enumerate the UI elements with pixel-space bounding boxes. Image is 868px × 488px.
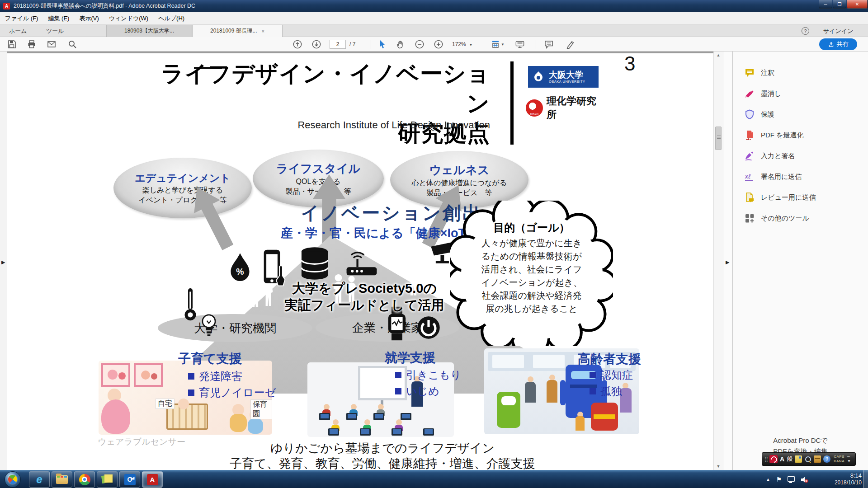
ime-dictionary-icon[interactable] — [795, 455, 802, 463]
ime-minimize-icon[interactable]: ─ — [847, 455, 850, 459]
tool-item-redact[interactable]: 墨消し — [733, 83, 868, 104]
menu-file[interactable]: ファイル (F) — [0, 12, 43, 25]
footer-line1: ゆりかごから墓場までのライフデザイン — [179, 440, 586, 456]
tool-item-more-tools[interactable]: その他のツール — [733, 208, 868, 229]
tab-close-icon[interactable]: × — [261, 28, 264, 34]
svg-text:ℓ: ℓ — [748, 173, 751, 180]
tool-item-send-review[interactable]: レビュー用に送信 — [733, 187, 868, 208]
share-button[interactable]: 共有 — [819, 38, 857, 50]
ime-language-bar[interactable]: ⣿ A 般 ? CAPS─ KANA▼ — [762, 452, 856, 466]
reading-mode-icon[interactable] — [515, 40, 524, 49]
network-icon[interactable] — [788, 476, 795, 483]
menu-window[interactable]: ウィンドウ(W) — [104, 12, 153, 25]
ime-caret-icon[interactable]: ▼ — [847, 459, 851, 464]
goal-cloud: 目的（ゴール） 人々が健康で豊かに生き るための情報基盤技術が 活用され、社会に… — [450, 201, 613, 346]
maximize-button[interactable]: ❐ — [833, 0, 846, 9]
promo-line1: Acrobat Pro DCで — [733, 436, 868, 445]
org-ellipse-university: 大学・研究機関 — [158, 314, 312, 342]
bullet-square-icon — [395, 372, 401, 378]
elderly-figure — [525, 382, 536, 403]
share-label: 共有 — [837, 40, 849, 48]
highlight-pen-icon[interactable] — [566, 40, 575, 49]
taskbar-explorer-button[interactable] — [52, 471, 72, 488]
ime-grip-icon[interactable]: ⣿ — [764, 456, 767, 462]
menu-view[interactable]: 表示(V) — [74, 12, 104, 25]
taskbar-sticky-notes-button[interactable] — [97, 471, 118, 488]
doc-tab-1[interactable]: 180903【大阪大学... — [106, 25, 192, 37]
svg-text:%: % — [236, 267, 244, 277]
zoom-level-dropdown[interactable]: 172% ▼ — [452, 37, 472, 52]
tools-panel: 注釈 墨消し 保護 PDF を最適化 入力と署名 xℓ 署名用に送信 — [732, 52, 868, 470]
search-icon[interactable] — [68, 40, 77, 49]
ime-help-icon[interactable]: ? — [823, 455, 830, 463]
menu-edit[interactable]: 編集 (E) — [43, 12, 74, 25]
folder-icon — [56, 475, 68, 484]
nav-pane-toggle-icon[interactable]: ▶ — [1, 259, 5, 265]
minimize-button[interactable]: ─ — [819, 0, 832, 9]
taskbar-chrome-button[interactable] — [74, 471, 95, 488]
next-page-icon[interactable] — [312, 40, 321, 49]
tool-item-send-sign[interactable]: xℓ 署名用に送信 — [733, 166, 868, 187]
osaka-university-logo: 大阪大学 OSAKA UNIVERSITY — [528, 66, 599, 88]
show-desktop-button[interactable] — [863, 470, 868, 488]
menu-help[interactable]: ヘルプ(H) — [153, 12, 189, 25]
zoom-out-icon[interactable] — [415, 40, 424, 49]
bullet-item: 引きこもり — [395, 368, 461, 382]
tool-item-comment[interactable]: 注釈 — [733, 62, 868, 83]
robot-figure-red — [591, 403, 618, 431]
email-icon[interactable] — [47, 40, 56, 49]
tool-item-optimize[interactable]: PDF を最適化 — [733, 125, 868, 145]
fit-width-caret[interactable]: ▼ — [501, 42, 510, 52]
page-total-label: / 7 — [349, 37, 355, 52]
volume-muted-icon[interactable] — [801, 476, 808, 483]
sign-in-button[interactable]: サインイン — [823, 25, 854, 37]
tab-home[interactable]: ホーム — [6, 25, 30, 37]
save-icon[interactable] — [7, 40, 16, 49]
panel-scrollbar[interactable]: ▶ — [723, 52, 732, 470]
close-button[interactable]: ✕ — [847, 0, 868, 9]
ime-search-icon[interactable] — [804, 455, 811, 463]
send-review-icon — [745, 192, 755, 202]
select-tool-icon[interactable] — [378, 40, 387, 49]
router-icon — [345, 250, 378, 279]
taskbar-outlook-button[interactable]: O — [119, 471, 140, 488]
bubble-title: ウェルネス — [429, 162, 489, 178]
tool-item-protect[interactable]: 保護 — [733, 104, 868, 125]
photo-frame — [101, 363, 130, 387]
support-title-elderly: 高齢者支援 — [578, 351, 641, 368]
taskbar-clock[interactable]: 8:14 2018/10/10 — [835, 472, 862, 486]
ie-icon: e — [36, 473, 42, 486]
action-center-flag-icon[interactable]: ⚑ — [776, 476, 782, 483]
doc-tab-2[interactable]: 20181009-部長理... × — [192, 25, 283, 37]
ime-input-method-icon[interactable] — [769, 455, 778, 463]
ime-mode-letter[interactable]: A — [780, 455, 784, 463]
share-icon — [828, 42, 834, 47]
zoom-in-icon[interactable] — [434, 40, 443, 49]
thermometer-icon — [184, 286, 197, 323]
tool-item-fill-sign[interactable]: 入力と署名 — [733, 145, 868, 166]
child-figure — [576, 416, 585, 431]
riken-emblem-icon: RIKEN — [526, 99, 543, 117]
scroll-up-icon[interactable]: ▲ — [714, 53, 723, 57]
previous-page-icon[interactable] — [293, 40, 302, 49]
document-scrollbar[interactable]: ▲ ▼ — [713, 52, 723, 470]
main-toolbar: / 7 172% ▼ ▼ 共有 — [0, 37, 868, 52]
hand-tool-icon[interactable] — [396, 40, 405, 49]
comment-icon[interactable] — [544, 40, 553, 49]
tray-expand-icon[interactable]: ▲ — [766, 477, 770, 482]
help-icon[interactable]: ? — [802, 27, 809, 35]
slide-page-number: 3 — [624, 52, 635, 75]
start-button[interactable] — [5, 471, 21, 488]
print-icon[interactable] — [27, 40, 36, 49]
page-number-input[interactable] — [330, 40, 346, 49]
lightbulb-icon — [201, 313, 217, 339]
taskbar-acrobat-button[interactable]: A — [142, 471, 163, 488]
panel-toggle-icon[interactable]: ▶ — [726, 259, 729, 265]
taskbar-ie-button[interactable]: e — [29, 471, 50, 488]
scroll-down-icon[interactable]: ▼ — [714, 464, 723, 469]
ime-toolbox-icon[interactable] — [814, 455, 821, 463]
tab-tools[interactable]: ツール — [43, 25, 67, 37]
scrollbar-thumb[interactable] — [715, 127, 722, 150]
fit-width-icon[interactable] — [491, 40, 500, 49]
ime-mode-kanji[interactable]: 般 — [787, 455, 793, 463]
